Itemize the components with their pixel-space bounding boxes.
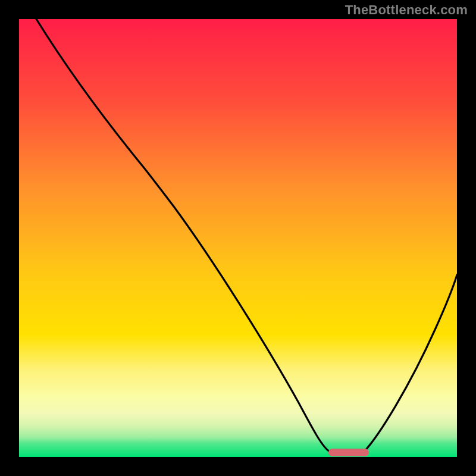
- plot-area: [19, 19, 457, 457]
- bottleneck-chart: [19, 19, 457, 457]
- gradient-background: [19, 19, 457, 457]
- optimum-marker: [328, 449, 369, 456]
- attribution-label: TheBottleneck.com: [345, 2, 468, 18]
- chart-container: TheBottleneck.com: [0, 0, 476, 476]
